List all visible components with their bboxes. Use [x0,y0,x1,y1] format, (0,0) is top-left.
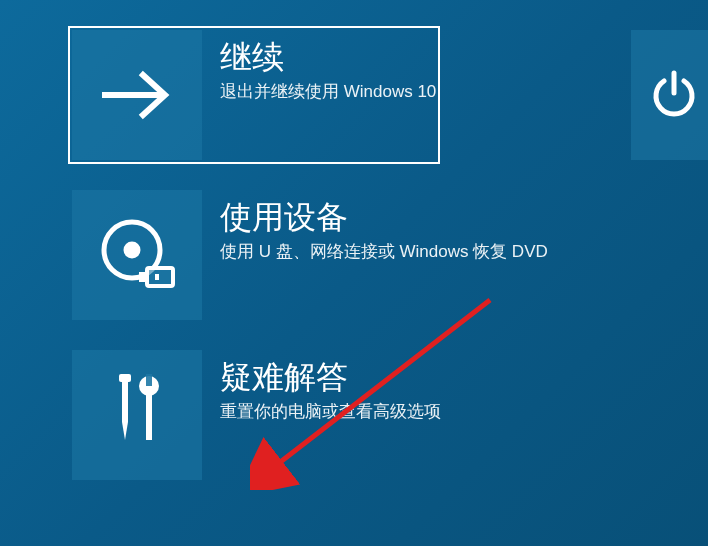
svg-rect-5 [155,274,159,280]
troubleshoot-title: 疑难解答 [220,360,441,395]
continue-tile[interactable]: 继续 退出并继续使用 Windows 10 [68,26,440,164]
svg-rect-9 [146,392,152,440]
continue-description: 退出并继续使用 Windows 10 [220,81,436,104]
continue-title: 继续 [220,40,436,75]
svg-rect-4 [139,272,147,282]
troubleshoot-text: 疑难解答 重置你的电脑或查看高级选项 [202,350,441,424]
power-icon [646,67,702,123]
use-device-text: 使用设备 使用 U 盘、网络连接或 Windows 恢复 DVD [202,190,548,264]
power-button[interactable] [631,30,708,160]
tools-icon [102,370,172,460]
troubleshoot-description: 重置你的电脑或查看高级选项 [220,401,441,424]
disc-usb-icon [92,210,182,300]
use-device-icon-box [72,190,202,320]
svg-point-2 [126,244,138,256]
use-device-description: 使用 U 盘、网络连接或 Windows 恢复 DVD [220,241,548,264]
svg-marker-7 [122,422,128,440]
svg-rect-8 [119,374,131,382]
troubleshoot-icon-box [72,350,202,480]
troubleshoot-tile[interactable]: 疑难解答 重置你的电脑或查看高级选项 [72,350,441,480]
svg-rect-6 [122,380,128,422]
continue-text: 继续 退出并继续使用 Windows 10 [202,30,436,104]
use-device-tile[interactable]: 使用设备 使用 U 盘、网络连接或 Windows 恢复 DVD [72,190,548,320]
svg-rect-11 [146,374,152,386]
continue-icon-box [72,30,202,160]
svg-rect-3 [147,268,173,286]
arrow-right-icon [97,65,177,125]
boot-options-menu: 继续 退出并继续使用 Windows 10 [0,0,708,480]
use-device-title: 使用设备 [220,200,548,235]
